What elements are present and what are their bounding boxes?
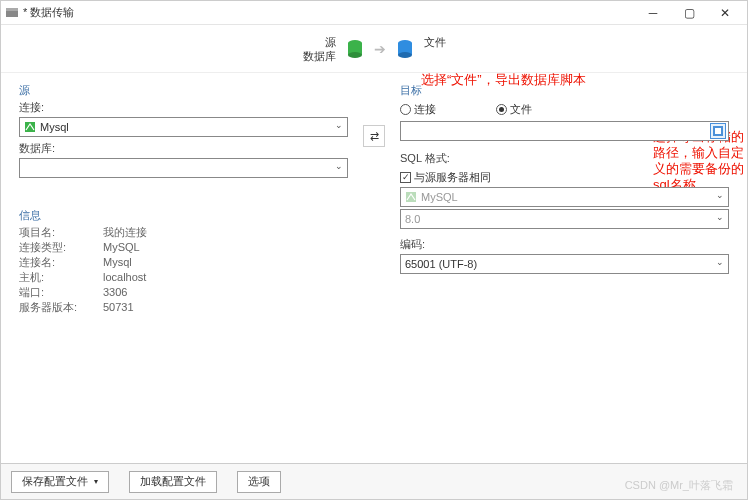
dbtype-select[interactable]: MySQL ⌄ bbox=[400, 187, 729, 207]
info-project-v: 我的连接 bbox=[103, 225, 147, 240]
info-block: 信息 项目名:我的连接 连接类型:MySQL 连接名:Mysql 主机:loca… bbox=[19, 208, 348, 315]
save-profile-label: 保存配置文件 bbox=[22, 474, 88, 489]
arrow-icon: ➔ bbox=[374, 41, 386, 57]
app-icon bbox=[5, 6, 19, 20]
svg-rect-10 bbox=[715, 128, 721, 134]
chevron-down-icon: ⌄ bbox=[716, 190, 724, 200]
chevron-down-icon: ⌄ bbox=[716, 257, 724, 267]
mysql-icon bbox=[24, 121, 36, 133]
footer: 保存配置文件 ▾ 加载配置文件 选项 bbox=[1, 463, 747, 499]
info-conntype-v: MySQL bbox=[103, 240, 140, 255]
chevron-down-icon: ⌄ bbox=[335, 120, 343, 130]
radio-conn-label: 连接 bbox=[414, 102, 436, 117]
browse-button[interactable] bbox=[710, 123, 726, 139]
checkbox-icon bbox=[400, 172, 411, 183]
info-title: 信息 bbox=[19, 208, 348, 223]
info-host-k: 主机: bbox=[19, 270, 79, 285]
conn-value: Mysql bbox=[40, 121, 69, 133]
source-db-icon bbox=[346, 39, 364, 59]
info-srvver-v: 50731 bbox=[103, 300, 134, 315]
close-button[interactable]: ✕ bbox=[715, 3, 735, 23]
conn-select[interactable]: Mysql ⌄ bbox=[19, 117, 348, 137]
target-section-title: 目标 bbox=[400, 83, 729, 98]
source-panel: 源 连接: Mysql ⌄ 数据库: ⌄ 信息 项目名:我的连接 连接类型:My… bbox=[19, 83, 348, 455]
chevron-down-icon: ⌄ bbox=[335, 161, 343, 171]
conn-label: 连接: bbox=[19, 100, 348, 115]
flow-target-bottom bbox=[424, 49, 427, 63]
chevron-down-icon: ▾ bbox=[94, 477, 98, 486]
radio-file[interactable]: 文件 bbox=[496, 102, 532, 117]
titlebar: * 数据传输 ─ ▢ ✕ bbox=[1, 1, 747, 25]
load-profile-label: 加载配置文件 bbox=[140, 474, 206, 489]
window-title: * 数据传输 bbox=[23, 5, 643, 20]
target-panel: 目标 连接 文件 SQL 格式: 与源服务器相同 bbox=[400, 83, 729, 455]
info-port-v: 3306 bbox=[103, 285, 127, 300]
encoding-value: 65001 (UTF-8) bbox=[405, 258, 477, 270]
encoding-label: 编码: bbox=[400, 237, 729, 252]
load-profile-button[interactable]: 加载配置文件 bbox=[129, 471, 217, 493]
options-button[interactable]: 选项 bbox=[237, 471, 281, 493]
flow-target-top: 文件 bbox=[424, 35, 446, 49]
save-profile-button[interactable]: 保存配置文件 ▾ bbox=[11, 471, 109, 493]
svg-rect-1 bbox=[6, 8, 18, 11]
info-connname-k: 连接名: bbox=[19, 255, 79, 270]
svg-point-4 bbox=[348, 52, 362, 58]
options-label: 选项 bbox=[248, 474, 270, 489]
flow-header: 源 数据库 ➔ 文件 bbox=[1, 25, 747, 73]
source-section-title: 源 bbox=[19, 83, 348, 98]
info-conntype-k: 连接类型: bbox=[19, 240, 79, 255]
svg-rect-0 bbox=[6, 10, 18, 17]
mysql-icon bbox=[405, 191, 417, 203]
db-label: 数据库: bbox=[19, 141, 348, 156]
minimize-button[interactable]: ─ bbox=[643, 3, 663, 23]
file-path-input[interactable] bbox=[400, 121, 729, 141]
info-connname-v: Mysql bbox=[103, 255, 132, 270]
flow-source-bottom: 数据库 bbox=[303, 49, 336, 63]
dbver-select[interactable]: 8.0 ⌄ bbox=[400, 209, 729, 229]
radio-connection[interactable]: 连接 bbox=[400, 102, 436, 117]
radio-icon bbox=[400, 104, 411, 115]
dbver-value: 8.0 bbox=[405, 213, 420, 225]
info-host-v: localhost bbox=[103, 270, 146, 285]
same-as-source-label: 与源服务器相同 bbox=[414, 170, 491, 185]
info-port-k: 端口: bbox=[19, 285, 79, 300]
target-db-icon bbox=[396, 39, 414, 59]
db-select[interactable]: ⌄ bbox=[19, 158, 348, 178]
radio-file-label: 文件 bbox=[510, 102, 532, 117]
info-srvver-k: 服务器版本: bbox=[19, 300, 79, 315]
maximize-button[interactable]: ▢ bbox=[679, 3, 699, 23]
same-as-source-check[interactable]: 与源服务器相同 bbox=[400, 170, 729, 185]
info-project-k: 项目名: bbox=[19, 225, 79, 240]
sqlfmt-label: SQL 格式: bbox=[400, 151, 729, 166]
dbtype-value: MySQL bbox=[421, 191, 458, 203]
svg-point-7 bbox=[398, 52, 412, 58]
folder-save-icon bbox=[713, 126, 723, 136]
encoding-select[interactable]: 65001 (UTF-8) ⌄ bbox=[400, 254, 729, 274]
swap-button[interactable]: ⇄ bbox=[363, 125, 385, 147]
radio-icon bbox=[496, 104, 507, 115]
flow-source-top: 源 bbox=[325, 35, 336, 49]
chevron-down-icon: ⌄ bbox=[716, 212, 724, 222]
